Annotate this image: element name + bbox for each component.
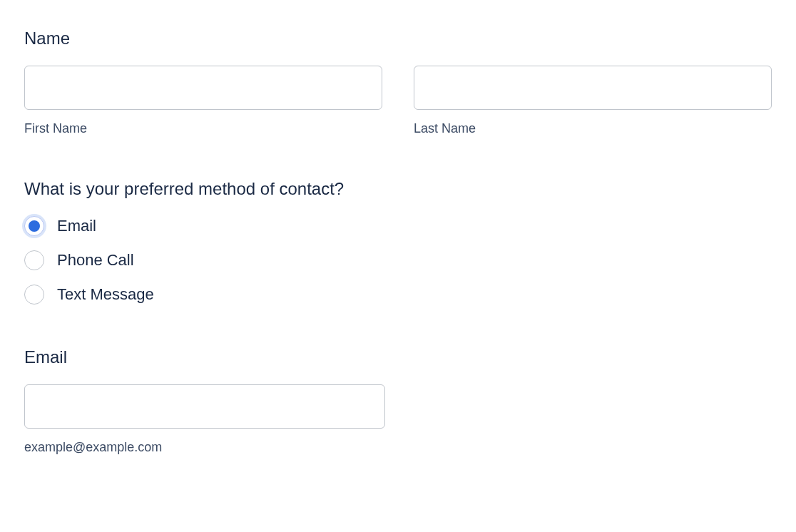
radio-icon [24, 285, 44, 305]
email-section: Email example@example.com [24, 347, 772, 455]
radio-label: Phone Call [57, 251, 134, 270]
radio-option-phone[interactable]: Phone Call [24, 250, 772, 270]
first-name-input[interactable] [24, 66, 382, 110]
email-label: Email [24, 347, 772, 367]
radio-option-text[interactable]: Text Message [24, 285, 772, 305]
first-name-sublabel: First Name [24, 121, 382, 136]
last-name-column: Last Name [414, 66, 772, 136]
first-name-column: First Name [24, 66, 382, 136]
radio-icon [24, 250, 44, 270]
name-section: Name First Name Last Name [24, 29, 772, 136]
contact-method-section: What is your preferred method of contact… [24, 179, 772, 305]
radio-label: Text Message [57, 285, 154, 304]
contact-method-radio-group: Email Phone Call Text Message [24, 216, 772, 305]
last-name-input[interactable] [414, 66, 772, 110]
email-helper: example@example.com [24, 440, 772, 455]
name-row: First Name Last Name [24, 66, 772, 136]
radio-icon [24, 216, 44, 236]
last-name-sublabel: Last Name [414, 121, 772, 136]
email-input[interactable] [24, 384, 385, 429]
contact-method-question: What is your preferred method of contact… [24, 179, 772, 199]
radio-label: Email [57, 217, 96, 235]
name-label: Name [24, 29, 772, 48]
radio-option-email[interactable]: Email [24, 216, 772, 236]
